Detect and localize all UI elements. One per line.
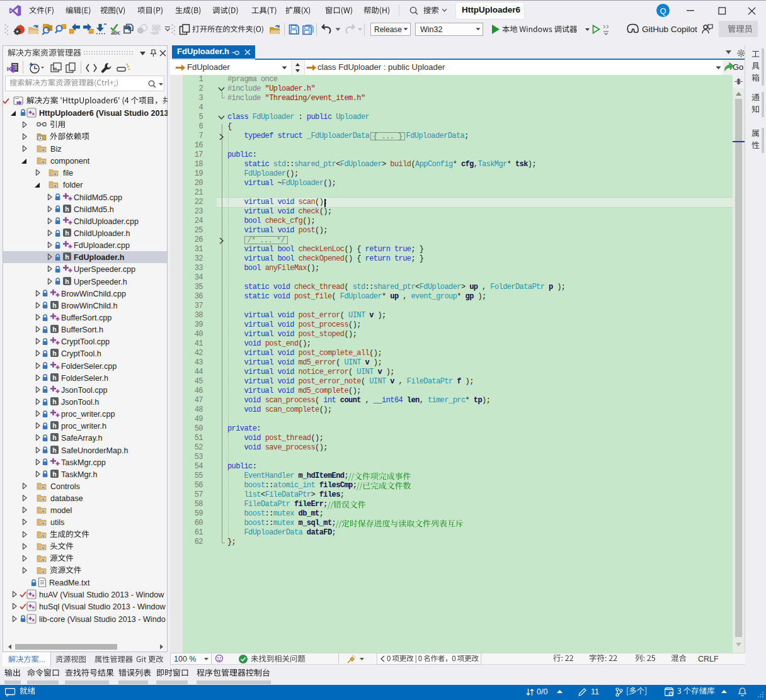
svg-text:abc: abc bbox=[111, 29, 121, 36]
svg-text:h: h bbox=[65, 277, 69, 285]
svg-text:h: h bbox=[52, 470, 56, 477]
svg-text:h: h bbox=[65, 205, 69, 212]
svg-text:h: h bbox=[52, 422, 56, 429]
svg-text:h: h bbox=[52, 301, 56, 308]
svg-text:h: h bbox=[52, 373, 56, 381]
svg-text:h: h bbox=[52, 349, 56, 357]
svg-text:h: h bbox=[65, 253, 69, 261]
svg-text:h: h bbox=[52, 325, 56, 333]
svg-text:h: h bbox=[52, 446, 56, 453]
svg-text:h: h bbox=[52, 434, 56, 441]
svg-text:h: h bbox=[52, 398, 56, 405]
svg-text:h: h bbox=[65, 229, 69, 237]
svg-text:Q: Q bbox=[660, 6, 666, 16]
